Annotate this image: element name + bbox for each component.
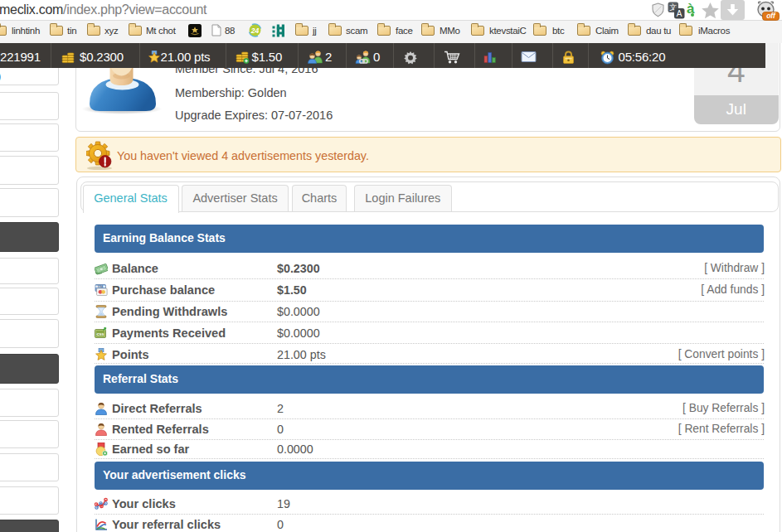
svg-text:24: 24 — [250, 27, 260, 35]
svg-text:VISA: VISA — [98, 284, 104, 288]
svg-text:css: css — [96, 331, 104, 336]
svg-text:off: off — [766, 12, 776, 20]
svg-text:A: A — [677, 9, 682, 18]
